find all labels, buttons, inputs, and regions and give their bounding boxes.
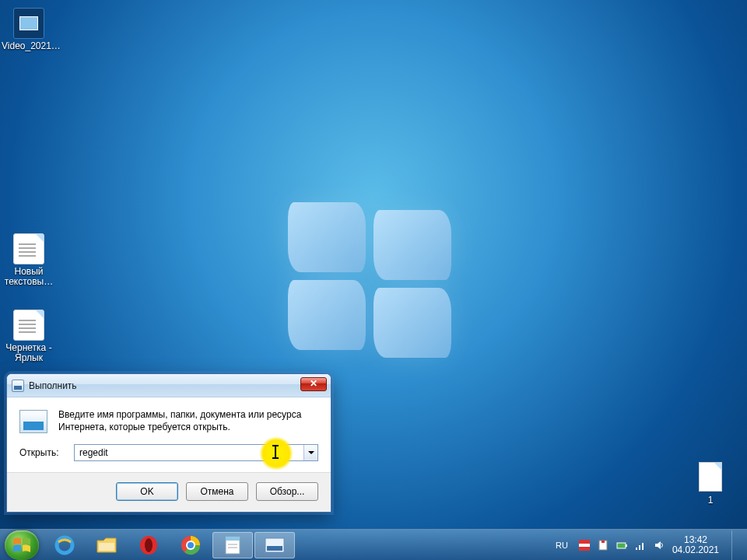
page-icon <box>699 462 722 492</box>
desktop-icon-label: Video_2021… <box>0 40 58 52</box>
dialog-title: Выполнить <box>29 380 77 391</box>
desktop-icon-video[interactable]: Video_2021… <box>0 8 58 52</box>
start-button[interactable] <box>5 530 39 560</box>
svg-rect-1 <box>99 543 114 551</box>
taskbar-chrome[interactable] <box>170 532 211 558</box>
taskbar: RU 13:42 04.02.2021 <box>0 529 747 560</box>
tray-volume-icon[interactable] <box>654 540 665 551</box>
run-dialog: Выполнить ✕ Введите имя программы, папки… <box>6 373 331 513</box>
tray-battery-icon[interactable] <box>616 540 627 551</box>
desktop-icon-textfile[interactable]: Новый текстовы… <box>0 233 58 288</box>
video-file-icon <box>13 8 44 39</box>
svg-rect-12 <box>267 546 282 551</box>
desktop-icon-label: 1 <box>699 495 722 506</box>
taskbar-ie[interactable] <box>44 532 85 558</box>
internet-explorer-icon <box>54 534 75 556</box>
clock-time: 13:42 <box>672 535 719 545</box>
run-icon <box>264 537 286 554</box>
svg-point-3 <box>145 538 153 552</box>
taskbar-opera[interactable] <box>128 532 169 558</box>
svg-rect-21 <box>642 543 644 550</box>
text-cursor-icon <box>275 446 276 458</box>
file-explorer-icon <box>96 536 117 555</box>
chrome-icon <box>181 535 201 555</box>
notepad-icon <box>223 535 242 555</box>
ok-button[interactable]: OK <box>116 482 178 501</box>
dialog-description: Введите имя программы, папки, документа … <box>58 408 318 433</box>
desktop-icon-shortcut[interactable]: Чернетка - Ярлык <box>0 310 58 364</box>
close-button[interactable]: ✕ <box>300 377 327 391</box>
tray-action-center-icon[interactable] <box>598 540 608 551</box>
run-dialog-icon <box>12 380 24 392</box>
text-file-icon <box>13 233 44 264</box>
taskbar-explorer[interactable] <box>86 532 127 558</box>
language-indicator[interactable]: RU <box>552 539 571 551</box>
run-app-icon <box>19 410 47 433</box>
clock-date: 04.02.2021 <box>672 545 719 555</box>
svg-rect-16 <box>601 541 605 543</box>
svg-rect-8 <box>226 537 240 541</box>
svg-rect-19 <box>636 548 637 550</box>
tray-flag-icon[interactable] <box>579 540 590 551</box>
close-icon: ✕ <box>310 378 317 389</box>
cancel-button[interactable]: Отмена <box>186 482 248 501</box>
svg-point-6 <box>188 542 194 548</box>
desktop-icon-file1[interactable]: 1 <box>699 462 722 506</box>
svg-rect-17 <box>617 543 626 548</box>
windows-start-icon <box>12 537 31 554</box>
dropdown-button[interactable] <box>303 445 317 460</box>
open-combobox <box>74 444 318 461</box>
svg-rect-18 <box>626 544 627 547</box>
tray-network-icon[interactable] <box>635 540 646 551</box>
desktop-icon-label: Чернетка - Ярлык <box>0 342 58 364</box>
opera-icon <box>139 535 159 555</box>
taskbar-clock[interactable]: 13:42 04.02.2021 <box>672 535 719 555</box>
show-desktop-button[interactable] <box>731 530 739 560</box>
system-tray: RU 13:42 04.02.2021 <box>552 530 742 560</box>
dialog-buttons: OK Отмена Обзор... <box>7 472 331 512</box>
open-row: Открыть: <box>7 441 331 472</box>
browse-button[interactable]: Обзор... <box>256 482 318 501</box>
svg-rect-14 <box>579 544 590 547</box>
dialog-body: Введите имя программы, папки, документа … <box>7 397 331 441</box>
desktop-icon-label: Новый текстовы… <box>0 266 58 288</box>
open-input[interactable] <box>74 444 318 461</box>
taskbar-notepad[interactable] <box>212 532 253 558</box>
text-file-icon <box>13 310 44 341</box>
open-label: Открыть: <box>19 447 66 458</box>
dialog-titlebar[interactable]: Выполнить ✕ <box>7 374 331 397</box>
svg-rect-20 <box>639 545 640 550</box>
taskbar-run[interactable] <box>254 532 295 558</box>
windows-logo <box>288 202 459 366</box>
